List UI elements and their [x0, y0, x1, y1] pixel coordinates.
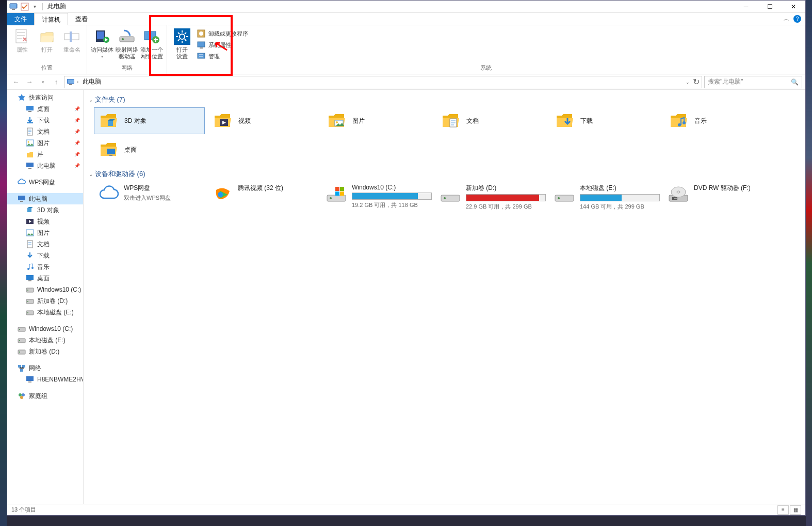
rename-icon — [63, 28, 80, 45]
section-drives-header[interactable]: ⌄ 设备和驱动器 (6) — [89, 167, 800, 182]
tree-this-pc[interactable]: 此电脑 — [7, 193, 83, 204]
search-input[interactable]: 搜索"此电脑" 🔍 — [704, 76, 802, 88]
drive-tile[interactable]: WPS网盘双击进入WPS网盘 — [94, 182, 205, 213]
tree-drive[interactable]: 本地磁盘 (E:) — [7, 334, 83, 346]
maximize-button[interactable]: ☐ — [758, 1, 782, 13]
tree-thispc-item[interactable]: Windows10 (C:) — [7, 284, 83, 295]
tab-view[interactable]: 查看 — [68, 13, 95, 25]
refresh-button[interactable]: ↻ — [693, 77, 700, 87]
tree-wps[interactable]: WPS网盘 — [7, 177, 83, 188]
svg-point-59 — [19, 393, 22, 396]
nav-up[interactable]: ↑ — [51, 76, 62, 88]
view-details-button[interactable]: ≡ — [777, 505, 789, 515]
tree-thispc-item[interactable]: 图片 — [7, 227, 83, 238]
btn-rename[interactable]: 重命名 — [60, 26, 84, 53]
tab-computer[interactable]: 计算机 — [34, 13, 68, 25]
addr-dropdown[interactable]: ⌄ — [686, 79, 690, 85]
btn-manage[interactable]: 管理 — [195, 51, 250, 61]
drive-tile[interactable]: 新加卷 (D:)22.9 GB 可用，共 299 GB — [436, 182, 547, 213]
tree-quick-item[interactable]: 芹 📌 — [7, 149, 83, 160]
minimize-button[interactable]: ─ — [734, 1, 758, 13]
drive-tile[interactable]: DVD DVD RW 驱动器 (F:) — [664, 182, 775, 213]
tab-file[interactable]: 文件 — [7, 13, 34, 25]
tree-thispc-item[interactable]: 桌面 — [7, 273, 83, 284]
svg-point-38 — [27, 268, 29, 270]
tree-network[interactable]: 网络 — [7, 362, 83, 374]
section-folders-header[interactable]: ⌄ 文件夹 (7) — [89, 93, 800, 107]
tree-quick-item[interactable]: 此电脑 📌 — [7, 160, 83, 171]
folder-tile[interactable]: 视频 — [208, 107, 319, 134]
btn-map-drive[interactable]: 映射网络 驱动器 — [115, 26, 139, 60]
btn-uninstall-change[interactable]: 卸载或更改程序 — [195, 28, 250, 39]
svg-rect-62 — [108, 121, 113, 126]
tree-thispc-item[interactable]: 视频 — [7, 216, 83, 227]
tree-homegroup[interactable]: 家庭组 — [7, 390, 83, 402]
btn-access-media[interactable]: 访问媒体 ▾ — [90, 26, 114, 60]
folder-tile[interactable]: 下载 — [550, 107, 661, 134]
nav-tree[interactable]: 快速访问 桌面 📌 下载 📌 文档 📌 图片 📌 芹 📌 此电脑 📌 — [7, 90, 84, 504]
address-bar[interactable]: › 此电脑 ⌄ ↻ — [64, 76, 702, 88]
group-label-system: 系统 — [170, 63, 802, 74]
window-title: 此电脑 — [47, 2, 734, 11]
svg-point-39 — [31, 267, 34, 269]
tree-quick-access[interactable]: 快速访问 — [7, 92, 83, 103]
tree-thispc-item[interactable]: 新加卷 (D:) — [7, 295, 83, 307]
group-label-network: 网络 — [90, 63, 164, 74]
drive-tile[interactable]: Windows10 (C:)19.2 GB 可用，共 118 GB — [322, 182, 433, 213]
svg-rect-33 — [20, 201, 23, 202]
svg-rect-23 — [69, 84, 72, 85]
svg-rect-54 — [18, 365, 21, 368]
btn-add-location[interactable]: 添加一个 网络位置 — [140, 26, 164, 60]
nav-forward[interactable]: → — [24, 76, 35, 88]
folder-tile[interactable]: 音乐 — [664, 107, 775, 134]
status-text: 13 个项目 — [11, 506, 36, 514]
explorer-window: ▾ 此电脑 ─ ☐ ✕ 文件 计算机 查看 ︿ ? 属性 — [7, 0, 806, 516]
folder-tile[interactable]: 文档 — [436, 107, 547, 134]
svg-point-47 — [27, 312, 28, 313]
thispc-icon — [67, 78, 75, 86]
tree-quick-item[interactable]: 下载 📌 — [7, 115, 83, 126]
nav-recent[interactable]: ▾ — [37, 76, 48, 88]
svg-rect-19 — [200, 47, 203, 49]
folder-tile[interactable]: 3D 对象 — [94, 107, 205, 134]
btn-properties[interactable]: 属性 — [10, 26, 34, 53]
svg-rect-74 — [335, 187, 339, 191]
tree-drive[interactable]: 新加卷 (D:) — [7, 346, 83, 357]
close-button[interactable]: ✕ — [782, 1, 805, 13]
btn-system-properties[interactable]: 系统属性 — [195, 40, 250, 50]
svg-point-61 — [20, 396, 23, 399]
tree-thispc-item[interactable]: 文档 — [7, 238, 83, 250]
item-icon — [26, 229, 34, 237]
tree-thispc-item[interactable]: 本地磁盘 (E:) — [7, 307, 83, 318]
btn-open[interactable]: 打开 — [35, 26, 59, 53]
tree-drive[interactable]: Windows10 (C:) — [7, 323, 83, 334]
drive-tile[interactable]: 本地磁盘 (E:)144 GB 可用，共 299 GB — [550, 182, 661, 213]
uninstall-icon — [197, 29, 205, 38]
nav-back[interactable]: ← — [10, 76, 22, 88]
folder-tile[interactable]: 桌面 — [94, 136, 205, 163]
drive-tile[interactable]: 腾讯视频 (32 位) — [208, 182, 319, 213]
tree-thispc-item[interactable]: 音乐 — [7, 261, 83, 273]
qa-dropdown[interactable]: ▾ — [32, 4, 38, 9]
item-icon — [26, 217, 34, 226]
svg-rect-34 — [27, 208, 31, 212]
tree-network-host[interactable]: H8ENBWME2HV7 — [7, 374, 83, 385]
ribbon-collapse[interactable]: ︿ — [784, 15, 789, 23]
thispc-icon — [9, 3, 18, 11]
qa-checkbox-icon[interactable] — [21, 3, 29, 11]
help-icon[interactable]: ? — [793, 15, 801, 23]
tree-thispc-item[interactable]: 下载 — [7, 250, 83, 261]
tree-quick-item[interactable]: 图片 📌 — [7, 137, 83, 149]
view-tiles-button[interactable]: ▦ — [790, 505, 801, 515]
tree-quick-item[interactable]: 文档 📌 — [7, 126, 83, 137]
breadcrumb-root[interactable]: 此电脑 — [80, 77, 103, 86]
item-icon — [26, 285, 34, 294]
svg-rect-8 — [97, 31, 104, 39]
svg-rect-69 — [107, 149, 115, 154]
properties-icon — [14, 28, 30, 45]
add-location-icon — [143, 28, 160, 45]
tree-thispc-item[interactable]: 3D 对象 — [7, 204, 83, 216]
folder-tile[interactable]: 图片 — [322, 107, 433, 134]
btn-open-settings[interactable]: 打开 设置 — [170, 26, 194, 60]
tree-quick-item[interactable]: 桌面 📌 — [7, 103, 83, 115]
